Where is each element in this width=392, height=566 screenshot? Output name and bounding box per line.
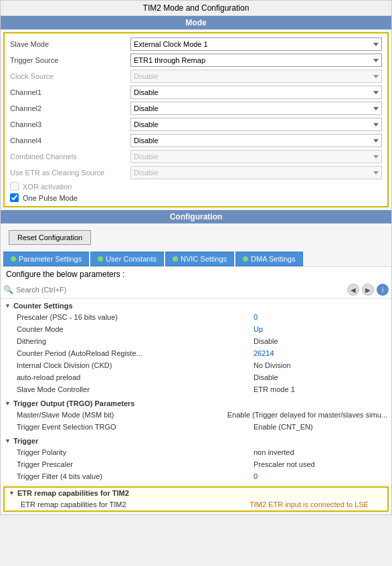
tab-dma-settings[interactable]: DMA Settings	[235, 252, 303, 266]
counter-settings-label: Counter Settings	[13, 302, 73, 310]
trigger-group: ▼ Trigger Trigger Polarity non inverted …	[1, 434, 391, 484]
table-row: auto-reload preload Disable	[1, 371, 391, 383]
param-name: auto-reload preload	[17, 373, 254, 381]
prev-nav-button[interactable]: ◀	[347, 284, 359, 296]
counter-settings-chevron: ▼	[5, 302, 11, 309]
param-name: Prescaler (PSC - 16 bits value)	[17, 313, 254, 321]
param-name: Counter Mode	[17, 325, 254, 333]
tabs-row: Parameter Settings User Constants NVIC S…	[3, 252, 389, 266]
param-name: Slave Mode Controller	[17, 385, 254, 393]
table-row: Trigger Polarity non inverted	[1, 446, 391, 458]
combined-channels-select[interactable]: Disable	[130, 150, 382, 163]
param-value: ETR mode 1	[254, 385, 387, 393]
tab-user-constants[interactable]: User Constants	[90, 252, 164, 266]
configure-text: Configure the below parameters :	[1, 266, 391, 282]
channel1-row: Channel1 Disable	[7, 84, 385, 100]
param-name: Counter Period (AutoReload Registe...	[17, 349, 254, 357]
tab-nvic-settings[interactable]: NVIC Settings	[165, 252, 234, 266]
table-row: Dithering Disable	[1, 335, 391, 347]
tab-dot-dma	[243, 256, 248, 262]
table-row: Trigger Prescaler Prescaler not used	[1, 458, 391, 470]
trigger-label: Trigger	[13, 437, 38, 445]
param-name: Dithering	[17, 337, 254, 345]
clock-source-select[interactable]: Disable	[130, 70, 382, 83]
table-row: Master/Slave Mode (MSM bit) Enable (Trig…	[1, 409, 391, 421]
combined-channels-row: Combined Channels Disable	[7, 149, 385, 165]
counter-settings-group: ▼ Counter Settings Prescaler (PSC - 16 b…	[1, 299, 391, 397]
param-value: Disable	[254, 373, 387, 381]
channel3-row: Channel3 Disable	[7, 116, 385, 132]
channel4-select[interactable]: Disable	[130, 134, 382, 147]
table-row: Slave Mode Controller ETR mode 1	[1, 383, 391, 395]
tab-dot-user	[98, 256, 103, 262]
tab-dot-parameter	[11, 256, 16, 262]
etr-remap-header[interactable]: ▼ ETR remap capabilities for TIM2	[5, 488, 387, 498]
tab-parameter-settings[interactable]: Parameter Settings	[3, 252, 89, 266]
param-name: Trigger Polarity	[17, 448, 254, 456]
search-row: 🔍 ◀ ▶ i	[1, 282, 391, 298]
param-name: Trigger Prescaler	[17, 460, 254, 468]
channel1-label: Channel1	[10, 88, 130, 96]
param-name: Trigger Filter (4 bits value)	[17, 472, 254, 480]
etr-chevron: ▼	[9, 490, 15, 496]
clock-source-row: Clock Source Disable	[7, 68, 385, 84]
param-value: non inverted	[254, 448, 387, 456]
trigger-chevron: ▼	[5, 438, 11, 444]
param-name: Internal Clock Division (CKD)	[17, 361, 254, 369]
search-input[interactable]	[16, 286, 345, 294]
trgo-group-header[interactable]: ▼ Trigger Output (TRGO) Parameters	[1, 398, 391, 409]
etr-remap-label: ETR remap capabilities for TIM2	[17, 489, 129, 497]
param-value: Enable (CNT_EN)	[254, 423, 387, 431]
trigger-group-header[interactable]: ▼ Trigger	[1, 436, 391, 446]
reset-btn-container: Reset Configuration	[1, 223, 391, 252]
tab-dot-nvic	[173, 256, 178, 262]
next-nav-button[interactable]: ▶	[362, 284, 374, 296]
one-pulse-checkbox[interactable]	[10, 193, 19, 202]
table-row: Prescaler (PSC - 16 bits value) 0	[1, 311, 391, 323]
param-value: Enable (Trigger delayed for master/slave…	[227, 411, 387, 419]
param-value: No Division	[254, 361, 387, 369]
channel4-row: Channel4 Disable	[7, 132, 385, 149]
table-row: Internal Clock Division (CKD) No Divisio…	[1, 359, 391, 371]
trgo-label: Trigger Output (TRGO) Parameters	[13, 399, 135, 407]
param-value: 0	[254, 313, 387, 321]
table-row: Trigger Filter (4 bits value) 0	[1, 470, 391, 482]
xor-row: XOR activation	[7, 181, 385, 192]
etr-param-row: ETR remap capabilities for TIM2 TIM2 ETR…	[5, 498, 387, 510]
tab-label-user: User Constants	[106, 255, 157, 263]
channel3-label: Channel3	[10, 120, 130, 128]
clock-source-label: Clock Source	[10, 72, 130, 80]
table-row: Trigger Event Selection TRGO Enable (CNT…	[1, 421, 391, 433]
param-value: Prescaler not used	[254, 460, 387, 468]
etr-remap-group: ▼ ETR remap capabilities for TIM2 ETR re…	[3, 486, 389, 512]
trgo-params-group: ▼ Trigger Output (TRGO) Parameters Maste…	[1, 397, 391, 434]
etr-param-value: TIM2 ETR input is connected to LSE	[250, 500, 383, 508]
channel3-select[interactable]: Disable	[130, 118, 382, 131]
use-etr-select[interactable]: Disable	[130, 166, 382, 179]
tab-label-parameter: Parameter Settings	[19, 255, 82, 263]
counter-settings-header[interactable]: ▼ Counter Settings	[1, 300, 391, 311]
channel2-select[interactable]: Disable	[130, 102, 382, 115]
etr-param-name: ETR remap capabilities for TIM2	[21, 500, 250, 508]
slave-mode-select[interactable]: External Clock Mode 1	[130, 37, 382, 51]
xor-label: XOR activation	[23, 183, 72, 191]
channel1-select[interactable]: Disable	[130, 86, 382, 99]
window-title: TIM2 Mode and Configuration	[1, 1, 391, 16]
combined-channels-label: Combined Channels	[10, 153, 130, 161]
info-button[interactable]: i	[377, 284, 389, 296]
trgo-chevron: ▼	[5, 400, 11, 407]
param-value: Up	[254, 325, 387, 333]
mode-section: Slave Mode External Clock Mode 1 Trigger…	[3, 32, 389, 207]
param-name: Trigger Event Selection TRGO	[17, 423, 254, 431]
slave-mode-row: Slave Mode External Clock Mode 1	[7, 36, 385, 52]
use-etr-row: Use ETR as Clearing Source Disable	[7, 165, 385, 181]
channel2-row: Channel2 Disable	[7, 100, 385, 116]
trigger-source-label: Trigger Source	[10, 56, 130, 64]
reset-configuration-button[interactable]: Reset Configuration	[9, 230, 91, 245]
params-container: ▼ Counter Settings Prescaler (PSC - 16 b…	[1, 298, 391, 484]
param-value: Disable	[254, 337, 387, 345]
xor-checkbox[interactable]	[10, 182, 19, 191]
trigger-source-select[interactable]: ETR1 through Remap	[130, 54, 382, 67]
one-pulse-label: One Pulse Mode	[23, 194, 78, 202]
one-pulse-row: One Pulse Mode	[7, 192, 385, 203]
